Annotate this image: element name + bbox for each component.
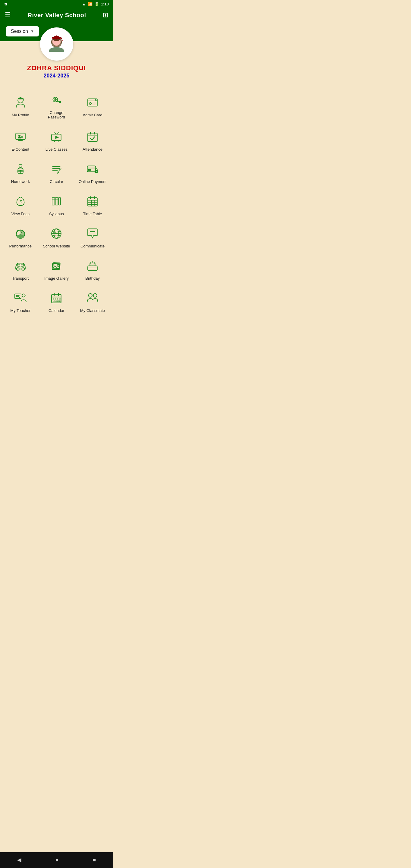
menu-label-calendar: Calendar xyxy=(49,308,64,313)
menu-item-syllabus[interactable]: Syllabus xyxy=(38,188,75,220)
money-bag-icon: ₹ xyxy=(13,193,28,209)
svg-line-5 xyxy=(61,37,62,40)
signal-icon: 📶 xyxy=(88,2,93,6)
svg-text:10: 10 xyxy=(59,298,61,300)
svg-rect-36 xyxy=(88,133,97,142)
svg-rect-77 xyxy=(21,264,24,267)
status-bar: ✿ ▲ 📶 🔋 1:10 xyxy=(0,0,113,8)
menu-label-transport: Transport xyxy=(12,276,29,281)
books-icon xyxy=(49,193,64,209)
svg-point-89 xyxy=(92,261,93,262)
menu-item-change-password[interactable]: Change Password xyxy=(38,87,75,124)
avatar-image xyxy=(44,31,69,57)
menu-item-image-gallery[interactable]: Image Gallery xyxy=(38,253,75,285)
svg-point-21 xyxy=(90,102,92,104)
classmates-icon xyxy=(85,290,100,306)
menu-item-view-fees[interactable]: ₹ View Fees xyxy=(2,188,38,220)
menu-item-my-profile[interactable]: My Profile xyxy=(2,87,38,124)
svg-rect-57 xyxy=(59,198,61,205)
svg-point-88 xyxy=(90,262,91,264)
svg-text:8: 8 xyxy=(55,298,56,300)
menu-item-performance[interactable]: Performance xyxy=(2,220,38,253)
svg-rect-49 xyxy=(87,166,96,172)
menu-item-school-website[interactable]: www School Website xyxy=(38,220,75,253)
menu-label-syllabus: Syllabus xyxy=(49,212,64,216)
time-display: 1:10 xyxy=(101,2,109,6)
photos-icon xyxy=(49,258,64,274)
svg-rect-56 xyxy=(56,198,58,205)
grid-view-icon[interactable]: ⊞ xyxy=(103,11,108,19)
menu-label-time-table: Time Table xyxy=(83,212,102,216)
menu-label-my-teacher: My Teacher xyxy=(10,308,30,313)
menu-label-circular: Circular xyxy=(50,179,63,184)
menu-label-e-content: E-Content xyxy=(12,147,30,152)
svg-point-96 xyxy=(22,294,25,297)
calendar-icon: 7 8 9 10 14 15 16 17 xyxy=(49,290,64,306)
menu-label-live-classes: Live Classes xyxy=(45,147,68,152)
svg-text:9: 9 xyxy=(57,298,59,300)
svg-point-111 xyxy=(93,293,97,297)
hamburger-menu-icon[interactable]: ☰ xyxy=(5,11,11,19)
list-edit-icon xyxy=(49,161,64,177)
menu-item-homework[interactable]: Homework xyxy=(2,156,38,188)
menu-label-online-payment: Online Payment xyxy=(78,179,107,184)
svg-text:www: www xyxy=(53,231,57,233)
card-lock-icon xyxy=(85,161,100,177)
chat-icon xyxy=(85,226,100,241)
svg-rect-60 xyxy=(88,198,97,206)
cake-icon xyxy=(85,258,100,274)
menu-item-attendance[interactable]: Attendance xyxy=(74,124,110,156)
menu-item-live-classes[interactable]: Live Classes xyxy=(38,124,75,156)
menu-item-online-payment[interactable]: Online Payment xyxy=(74,156,110,188)
menu-label-homework: Homework xyxy=(11,179,30,184)
avatar xyxy=(40,27,73,61)
menu-label-communicate: Communicate xyxy=(81,244,104,248)
svg-point-40 xyxy=(19,164,22,167)
pie-chart-icon xyxy=(13,226,28,241)
svg-text:₹: ₹ xyxy=(19,200,22,204)
menu-item-circular[interactable]: Circular xyxy=(38,156,75,188)
svg-rect-76 xyxy=(17,264,20,267)
menu-item-e-content[interactable]: E-Content xyxy=(2,124,38,156)
menu-label-performance: Performance xyxy=(9,244,32,248)
menu-grid: My Profile Change Password xyxy=(0,84,113,323)
svg-rect-26 xyxy=(16,133,25,140)
menu-item-time-table[interactable]: Time Table xyxy=(74,188,110,220)
menu-label-my-classmate: My Classmate xyxy=(80,308,105,313)
status-right: ▲ 📶 🔋 1:10 xyxy=(82,2,109,6)
session-dropdown[interactable]: Session ▼ xyxy=(6,26,39,36)
globe-icon: www xyxy=(49,226,64,241)
wifi-icon: ▲ xyxy=(82,2,86,6)
user-year: 2024-2025 xyxy=(43,73,69,79)
svg-marker-35 xyxy=(56,136,59,139)
key-icon xyxy=(49,92,64,108)
menu-item-birthday[interactable]: Birthday xyxy=(74,253,110,285)
menu-label-birthday: Birthday xyxy=(85,276,100,281)
calendar-grid-icon xyxy=(85,193,100,209)
svg-text:17: 17 xyxy=(59,300,61,302)
user-name: ZOHRA SIDDIQUI xyxy=(27,64,86,72)
menu-item-calendar[interactable]: 7 8 9 10 14 15 16 17 Calendar xyxy=(38,285,75,317)
menu-item-my-teacher[interactable]: My Teacher xyxy=(2,285,38,317)
menu-item-communicate[interactable]: Communicate xyxy=(74,220,110,253)
menu-label-view-fees: View Fees xyxy=(11,212,30,216)
menu-item-my-classmate[interactable]: My Classmate xyxy=(74,285,110,317)
menu-label-image-gallery: Image Gallery xyxy=(44,276,69,281)
menu-label-attendance: Attendance xyxy=(83,147,102,152)
calendar-check-icon xyxy=(85,129,100,145)
svg-rect-87 xyxy=(94,263,95,266)
menu-item-transport[interactable]: Transport xyxy=(2,253,38,285)
menu-label-admit-card: Admit Card xyxy=(83,113,102,117)
menu-item-admit-card[interactable]: ★ Admit Card xyxy=(74,87,110,124)
app-header: ☰ River Valley School ⊞ xyxy=(0,8,113,23)
svg-marker-9 xyxy=(18,97,23,99)
svg-line-46 xyxy=(58,168,61,172)
svg-rect-85 xyxy=(90,263,91,266)
svg-rect-55 xyxy=(52,198,55,205)
battery-icon: 🔋 xyxy=(94,2,99,6)
svg-point-53 xyxy=(96,171,97,172)
tv-icon xyxy=(49,129,64,145)
status-left: ✿ xyxy=(4,2,7,6)
svg-text:7: 7 xyxy=(53,298,54,300)
card-icon: ★ xyxy=(85,95,100,110)
